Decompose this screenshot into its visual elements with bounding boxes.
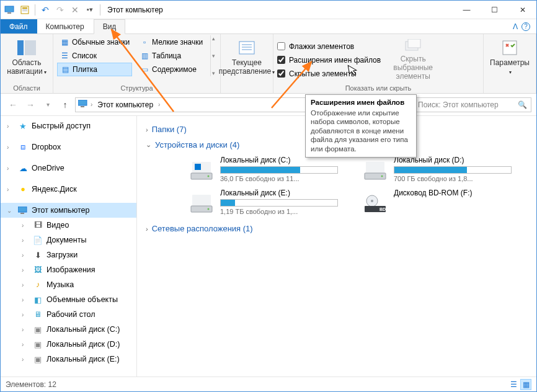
tab-computer[interactable]: Компьютер xyxy=(37,19,94,33)
svg-rect-3 xyxy=(22,7,27,9)
cloud-icon: ☁ xyxy=(18,163,28,173)
up-button[interactable]: ↑ xyxy=(58,97,73,112)
layout-option-table[interactable]: ▥Таблица xyxy=(137,49,205,63)
chevron-right-icon[interactable]: › xyxy=(7,144,14,151)
delete-icon[interactable]: ✕ xyxy=(68,3,82,17)
tree-this-pc[interactable]: ⌄Этот компьютер xyxy=(1,203,136,218)
checkbox-hidden-items[interactable]: Скрытые элементы xyxy=(277,67,381,81)
tooltip-body: Отображение или скрытие набора символов,… xyxy=(311,109,411,153)
navigation-tree[interactable]: ›★Быстрый доступ ›⧈Dropbox ›☁OneDrive ›●… xyxy=(1,116,137,376)
svg-point-28 xyxy=(208,208,210,210)
current-view-icon xyxy=(237,38,257,58)
pc-icon xyxy=(3,3,17,17)
hdd-icon: ▣ xyxy=(33,324,43,334)
svg-rect-26 xyxy=(192,195,211,206)
svg-point-30 xyxy=(371,200,373,202)
tree-disk-d[interactable]: ›▣Локальный диск (D:) xyxy=(1,337,136,352)
back-button[interactable]: ← xyxy=(6,97,20,112)
chevron-right-icon[interactable]: › xyxy=(7,165,14,172)
current-view-button[interactable]: Текущее представление▾ xyxy=(224,35,269,79)
tree-disk-e[interactable]: ›▣Локальный диск (E:) xyxy=(1,352,136,367)
tree-onedrive[interactable]: ›☁OneDrive xyxy=(1,161,136,176)
crumb-this-pc[interactable]: Этот компьютер xyxy=(95,100,156,109)
tree-downloads[interactable]: ›⬇Загрузки xyxy=(1,247,136,262)
tree-yandex-disk[interactable]: ›●Яндекс.Диск xyxy=(1,182,136,197)
ribbon-group-label xyxy=(487,83,532,93)
drive-item[interactable]: Локальный диск (D:) 700 ГБ свободно из 1… xyxy=(363,156,512,182)
window-title: Этот компьютер xyxy=(107,6,163,14)
drive-name: Дисковод BD-ROM (F:) xyxy=(394,189,512,197)
layout-option-large[interactable]: ▦Обычные значки xyxy=(57,35,132,49)
chevron-right-icon[interactable]: › xyxy=(7,186,14,193)
tree-3d-objects[interactable]: ›◧Объемные объекты xyxy=(1,292,136,307)
view-details-button[interactable]: ☰ xyxy=(508,379,519,390)
tree-dropbox[interactable]: ›⧈Dropbox xyxy=(1,140,136,154)
tree-desktop[interactable]: ›🖥Рабочий стол xyxy=(1,307,136,322)
desktop-icon: 🖥 xyxy=(33,310,43,319)
close-button[interactable]: ✕ xyxy=(508,1,536,19)
hdd-icon: ▣ xyxy=(33,339,43,349)
hdd-icon xyxy=(189,189,214,213)
layout-option-small[interactable]: ▫Мелкие значки xyxy=(137,35,205,49)
view-tiles-button[interactable]: ▦ xyxy=(520,379,531,390)
layout-scroll-down[interactable]: ▾ xyxy=(212,53,215,59)
layout-gallery-expand[interactable]: ▾ xyxy=(212,70,215,76)
drive-usage-bar xyxy=(220,199,338,207)
drive-item[interactable]: Локальный диск (C:) 36,0 ГБ свободно из … xyxy=(189,156,338,182)
layout-option-tiles[interactable]: ▤Плитка xyxy=(57,63,132,76)
checkbox-item-flags[interactable]: Флажки элементов xyxy=(277,40,381,53)
redo-icon[interactable]: ↷ xyxy=(53,3,67,17)
drive-free-text: 1,19 ТБ свободно из 1,... xyxy=(220,208,338,215)
drive-item[interactable]: Локальный диск (E:) 1,19 ТБ свободно из … xyxy=(189,189,338,215)
qat-more-icon[interactable]: ▪▾ xyxy=(83,3,97,17)
layout-scroll-up[interactable]: ▴ xyxy=(212,35,215,42)
category-network[interactable]: ›Сетевые расположения (1) xyxy=(146,224,528,233)
hide-icon xyxy=(403,38,423,55)
drive-item[interactable]: BD Дисковод BD-ROM (F:) xyxy=(363,189,512,215)
svg-rect-5 xyxy=(22,11,27,11)
chevron-right-icon: › xyxy=(146,225,148,233)
forward-button[interactable]: → xyxy=(23,97,38,112)
tree-documents[interactable]: ›📄Документы xyxy=(1,233,136,247)
undo-icon[interactable]: ↶ xyxy=(38,3,52,17)
svg-rect-4 xyxy=(22,9,27,10)
svg-point-25 xyxy=(381,176,383,177)
tab-view[interactable]: Вид xyxy=(94,19,126,34)
layout-option-content[interactable]: ▭Содержимое xyxy=(137,63,205,76)
tab-file[interactable]: Файл xyxy=(1,19,37,33)
ribbon-group-panes: Область навигации▾ Области xyxy=(1,34,53,93)
crumb-separator-icon[interactable]: › xyxy=(158,101,160,108)
recent-locations-button[interactable]: ▾ xyxy=(40,97,55,112)
svg-rect-22 xyxy=(195,164,201,170)
svg-rect-1 xyxy=(7,12,11,14)
status-bar: Элементов: 12 ☰ ▦ xyxy=(1,376,536,391)
chevron-down-icon[interactable]: ⌄ xyxy=(7,207,14,214)
hide-selected-button: Скрыть выбранныеэлементы xyxy=(391,38,435,81)
properties-icon[interactable] xyxy=(18,3,32,17)
layout-option-list[interactable]: ☰Список xyxy=(57,49,132,63)
chevron-right-icon[interactable]: › xyxy=(7,123,14,130)
tree-disk-c[interactable]: ›▣Локальный диск (C:) xyxy=(1,322,136,337)
checkbox-file-extensions[interactable]: Расширения имен файлов xyxy=(277,53,381,67)
tree-pictures[interactable]: ›🖼Изображения xyxy=(1,262,136,277)
star-icon: ★ xyxy=(18,121,28,131)
options-icon xyxy=(500,38,520,58)
tree-videos[interactable]: ›🎞Видео xyxy=(1,218,136,233)
ribbon-group-label: Области xyxy=(4,83,49,93)
crumb-separator-icon[interactable]: › xyxy=(91,101,92,108)
navigation-pane-label: Область навигации▾ xyxy=(4,59,49,76)
tree-music[interactable]: ›♪Музыка xyxy=(1,277,136,292)
maximize-button[interactable]: ☐ xyxy=(481,1,508,19)
options-button[interactable]: Параметры▾ xyxy=(487,35,532,79)
ribbon-collapse-button[interactable]: ᐱ ? xyxy=(507,19,536,33)
svg-rect-7 xyxy=(25,40,36,55)
navigation-pane-button[interactable]: Область навигации▾ xyxy=(4,35,49,79)
list-icon: ☰ xyxy=(60,51,69,61)
search-box[interactable]: Поиск: Этот компьютер 🔍 xyxy=(414,97,531,112)
minimize-button[interactable]: — xyxy=(453,1,481,19)
current-view-label: Текущее представление▾ xyxy=(219,59,275,76)
tree-quick-access[interactable]: ›★Быстрый доступ xyxy=(1,118,136,133)
content-icon: ▭ xyxy=(140,65,149,74)
video-icon: 🎞 xyxy=(33,220,43,230)
download-icon: ⬇ xyxy=(33,250,43,260)
